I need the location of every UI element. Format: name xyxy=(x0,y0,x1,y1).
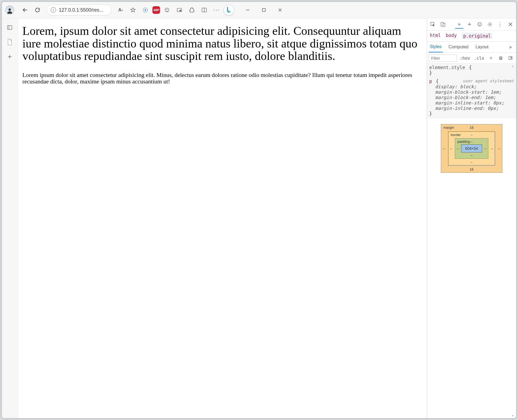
box-model-diagram[interactable]: margin 16 16 – – border – – – – paddin xyxy=(427,118,516,179)
svg-rect-9 xyxy=(8,26,12,30)
read-aloud-button[interactable]: A» xyxy=(115,5,126,15)
breadcrumb-item[interactable]: p.original xyxy=(462,33,492,39)
refresh-button[interactable] xyxy=(32,5,43,15)
devtools-settings-button[interactable] xyxy=(486,20,494,28)
devtools-new-tab-button[interactable] xyxy=(465,20,473,28)
svg-rect-18 xyxy=(499,57,502,59)
split-screen-button[interactable] xyxy=(199,5,210,15)
print-styles-button[interactable] xyxy=(497,54,505,62)
minimize-button[interactable] xyxy=(244,6,252,14)
export-styles-button[interactable] xyxy=(506,54,514,62)
sync-icon[interactable] xyxy=(162,5,172,15)
css-declaration[interactable]: margin-inline-start: 0px; xyxy=(429,100,514,106)
address-bar[interactable]: i 127.0.0.1:5500/res... xyxy=(47,5,111,15)
new-style-rule-button[interactable] xyxy=(487,54,495,62)
favorite-button[interactable] xyxy=(128,5,138,15)
svg-point-1 xyxy=(145,9,146,11)
browser-window: i 127.0.0.1:5500/res... A» ABP ··· xyxy=(2,2,516,418)
svg-point-17 xyxy=(489,24,491,25)
css-declaration[interactable]: margin-block-end: 1em; xyxy=(429,95,514,100)
bing-chat-button[interactable] xyxy=(224,5,234,15)
breadcrumb-item[interactable]: html xyxy=(430,33,441,39)
devtools-tab-styles[interactable]: Styles xyxy=(429,42,443,52)
styles-pane: ▴ element.style { } user agent styleshee… xyxy=(427,64,516,418)
vertical-tab-page[interactable] xyxy=(5,37,15,47)
devtools-panel: » ⋮ htmlbodyp.original StylesComputed xyxy=(427,18,516,418)
svg-rect-19 xyxy=(500,56,502,57)
extensions-button[interactable] xyxy=(186,5,197,15)
hov-toggle[interactable]: :hov xyxy=(459,55,471,61)
css-declaration[interactable]: margin-block-start: 1em; xyxy=(429,89,514,95)
site-info-icon[interactable]: i xyxy=(51,7,56,13)
element-style-rule[interactable]: element.style { } xyxy=(427,64,516,77)
styles-filter-input[interactable] xyxy=(429,55,457,62)
svg-rect-4 xyxy=(179,10,181,11)
devtools-menu-button[interactable]: ⋮ xyxy=(496,20,504,28)
devtools-tab-computed[interactable]: Computed xyxy=(448,42,470,52)
devtools-toolbar: » ⋮ xyxy=(427,18,516,31)
page-paragraph: Lorem ipsum dolor sit amet consectetur a… xyxy=(22,72,422,85)
styles-filter-row: :hov .cls xyxy=(427,53,516,64)
devtools-tab-layout[interactable]: Layout xyxy=(474,42,489,52)
devtools-more-tabs-button[interactable]: » xyxy=(455,20,463,29)
svg-point-14 xyxy=(478,22,481,26)
svg-point-15 xyxy=(479,24,479,24)
more-button[interactable]: ··· xyxy=(211,5,222,15)
svg-point-16 xyxy=(480,24,481,24)
devtools-tabs-overflow-button[interactable]: » xyxy=(506,43,514,51)
svg-rect-13 xyxy=(443,23,445,26)
box-model-content: 604×54 xyxy=(461,144,482,153)
maximize-button[interactable] xyxy=(260,6,268,14)
tracking-prevention-icon[interactable] xyxy=(140,5,151,15)
devtools-close-button[interactable] xyxy=(506,20,514,28)
inspect-element-button[interactable] xyxy=(429,20,437,28)
page-heading: Lorem, ipsum dolor sit amet consectetur … xyxy=(22,25,422,63)
page-viewport: Lorem, ipsum dolor sit amet consectetur … xyxy=(18,18,427,418)
new-tab-button[interactable] xyxy=(5,52,15,62)
device-emulation-button[interactable] xyxy=(439,20,447,28)
user-agent-rule[interactable]: user agent stylesheet p { display: block… xyxy=(427,77,516,118)
css-declaration[interactable]: display: block; xyxy=(429,84,514,89)
breadcrumb-item[interactable]: body xyxy=(446,33,457,39)
devtools-sidepanel-tabs: StylesComputedLayout » xyxy=(427,42,516,53)
vertical-tab-rail xyxy=(2,18,18,418)
pip-icon[interactable] xyxy=(174,5,185,15)
profile-avatar[interactable] xyxy=(5,5,14,15)
tab-actions-button[interactable] xyxy=(5,23,15,32)
svg-rect-8 xyxy=(263,9,265,12)
scroll-up-icon[interactable]: ▴ xyxy=(512,64,516,68)
cls-toggle[interactable]: .cls xyxy=(473,55,485,61)
close-window-button[interactable] xyxy=(276,6,284,14)
back-button[interactable] xyxy=(20,5,30,15)
window-controls xyxy=(244,6,284,14)
adblock-icon[interactable]: ABP xyxy=(152,6,160,14)
url-text: 127.0.0.1:5500/res... xyxy=(59,7,103,13)
css-declaration[interactable]: margin-inline-end: 0px; xyxy=(429,106,514,111)
style-source: user agent stylesheet xyxy=(463,79,514,83)
element-breadcrumbs[interactable]: htmlbodyp.original xyxy=(427,31,516,42)
devtools-feedback-button[interactable] xyxy=(476,20,484,28)
browser-toolbar: i 127.0.0.1:5500/res... A» ABP ··· xyxy=(2,2,516,18)
scroll-down-icon[interactable]: ▾ xyxy=(512,414,516,418)
